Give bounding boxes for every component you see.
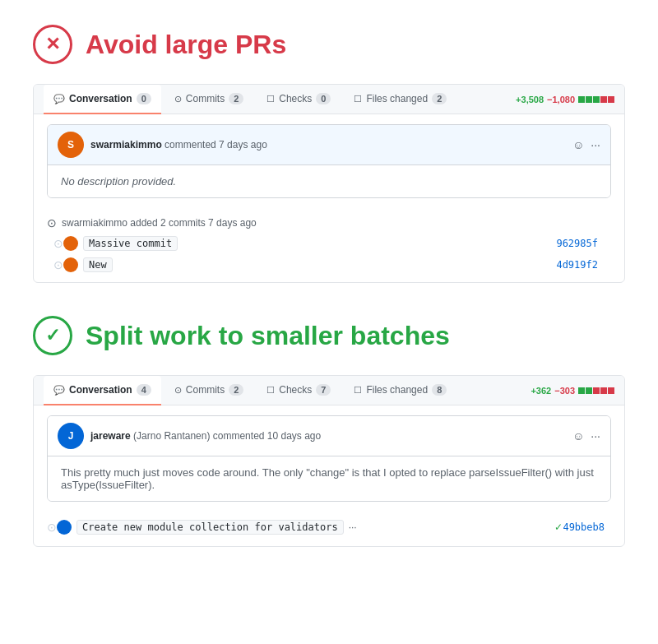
commit-avatar-3 [57, 520, 72, 535]
comment-author-1: swarmiakimmo [90, 139, 162, 151]
commit-info-1: Massive commit [63, 236, 556, 251]
more-icon[interactable]: ··· [591, 138, 600, 151]
comment-time-1: commented 7 days ago [164, 139, 267, 151]
tab-conv-badge-2: 4 [137, 384, 151, 396]
timeline-1: ⊙ swarmiakimmo added 2 commits 7 days ag… [34, 208, 624, 282]
commits-icon-2: ⊙ [174, 385, 182, 396]
comment-author-2: jareware [90, 430, 131, 442]
comment-body-2: This pretty much just moves code around.… [48, 456, 610, 501]
tab-commits-label: Commits [186, 93, 225, 104]
commit-message-1: Massive commit [83, 236, 178, 251]
commit-message-2: New [83, 257, 113, 272]
connector-icon-2: ⊙ [53, 258, 63, 271]
comment-header-1: S swarmiakimmo commented 7 days ago ☺ ··… [48, 125, 610, 165]
files-icon-2: ☐ [354, 385, 362, 396]
tab-files-1[interactable]: ☐ Files changed 2 [344, 85, 456, 114]
section1-header: ✕ Avoid large PRs [33, 25, 625, 64]
connector-icon-1: ⊙ [53, 237, 63, 250]
tab-conversation-label: Conversation [69, 93, 132, 104]
tab-conversation-1[interactable]: 💬 Conversation 0 [44, 85, 161, 114]
commit-avatar-2 [63, 257, 78, 272]
tab-checks-2[interactable]: ☐ Checks 7 [257, 376, 341, 405]
smiley-icon-2[interactable]: ☺ [572, 429, 584, 442]
bad-icon: ✕ [33, 25, 72, 64]
tab-commits-2[interactable]: ⊙ Commits 2 [164, 376, 253, 405]
section1-title: Avoid large PRs [86, 30, 286, 60]
comment-header-2: J jareware (Jarno Rantanen) commented 10… [48, 416, 610, 456]
bar2-2 [586, 387, 592, 394]
diff-bar-2 [578, 387, 614, 394]
tab-files-label: Files changed [366, 93, 428, 104]
diff-bar-1 [578, 96, 614, 103]
tab-commits-badge-2: 2 [229, 384, 243, 396]
commit-hash-2: 4d919f2 [556, 259, 605, 271]
tab-files-badge-2: 8 [432, 384, 447, 396]
timeline-added-text-1: swarmiakimmo added 2 commits 7 days ago [62, 217, 257, 229]
diff-stats-2: +362 −303 [531, 386, 614, 396]
avatar-1: S [58, 132, 84, 158]
tab-files-2[interactable]: ☐ Files changed 8 [344, 376, 456, 405]
tab-conv-label-2: Conversation [69, 384, 132, 396]
commit-check: ✓ [554, 521, 563, 533]
good-icon: ✓ [33, 316, 72, 355]
tab-files-label-2: Files changed [366, 384, 428, 396]
timeline-2: ⊙ Create new module collection for valid… [34, 512, 624, 546]
pr-card-2: 💬 Conversation 4 ⊙ Commits 2 ☐ Checks 7 … [33, 375, 625, 547]
bar2-3 [593, 387, 600, 394]
additions-2: +362 [531, 386, 551, 396]
bar2-5 [608, 387, 614, 394]
tab-checks-label: Checks [279, 93, 312, 104]
comment-author-row-2: J jareware (Jarno Rantanen) commented 10… [58, 423, 321, 449]
commits-icon-1: ⊙ [174, 94, 182, 104]
tab-checks-1[interactable]: ☐ Checks 0 [257, 85, 341, 114]
more-icon-2[interactable]: ··· [591, 429, 600, 442]
comment-text-1: No description provided. [61, 175, 176, 188]
tab-conversation-2[interactable]: 💬 Conversation 4 [44, 376, 161, 405]
bar-3 [593, 96, 600, 103]
section2-header: ✓ Split work to smaller batches [33, 316, 625, 355]
additions-1: +3,508 [516, 95, 544, 104]
commit-connector-1: ⊙ [53, 237, 63, 250]
conversation-icon: 💬 [53, 94, 65, 104]
comment-meta-2: jareware (Jarno Rantanen) commented 10 d… [90, 430, 321, 442]
avatar-2: J [58, 423, 84, 449]
comment-2: J jareware (Jarno Rantanen) commented 10… [47, 415, 611, 502]
tab-commits-badge: 2 [229, 93, 243, 104]
bar-4 [600, 96, 607, 103]
commit-avatar-1 [63, 236, 78, 251]
diff-stats-1: +3,508 −1,080 [516, 95, 614, 104]
commit-dots: ··· [349, 521, 357, 533]
smiley-icon[interactable]: ☺ [572, 138, 584, 151]
comment-time-2: commented 10 days ago [213, 430, 321, 442]
comment-text-2: This pretty much just moves code around.… [61, 466, 594, 491]
tab-conversation-badge: 0 [137, 93, 151, 104]
commit-info-3: Create new module collection for validat… [57, 520, 554, 535]
timeline-label-1: ⊙ swarmiakimmo added 2 commits 7 days ag… [47, 211, 611, 233]
deletions-2: −303 [554, 386, 575, 396]
tab-commits-label-2: Commits [186, 384, 225, 396]
comment-fullname-2: (Jarno Rantanen) [133, 430, 210, 442]
pr-body-1: S swarmiakimmo commented 7 days ago ☺ ··… [34, 124, 624, 282]
bar2-1 [578, 387, 585, 394]
tab-checks-label-2: Checks [279, 384, 312, 396]
commit-info-2: New [63, 257, 556, 272]
comment-author-row-1: S swarmiakimmo commented 7 days ago [58, 132, 267, 158]
commit-hash-3: 49bbeb8 [563, 521, 611, 533]
tab-bar-1: 💬 Conversation 0 ⊙ Commits 2 ☐ Checks 0 … [34, 85, 624, 114]
section2-title: Split work to smaller batches [86, 321, 450, 351]
comment-meta-1: swarmiakimmo commented 7 days ago [90, 139, 267, 151]
tab-checks-badge-2: 7 [316, 384, 331, 396]
commit-hash-1: 962985f [556, 238, 605, 249]
connector-icon-3: ⊙ [47, 521, 57, 534]
bar-5 [608, 96, 614, 103]
commits-added-icon: ⊙ [47, 216, 57, 229]
checks-icon-1: ☐ [266, 94, 275, 104]
commit-row-2: ⊙ New 4d919f2 [47, 254, 611, 276]
tab-checks-badge: 0 [316, 93, 331, 104]
tab-bar-2: 💬 Conversation 4 ⊙ Commits 2 ☐ Checks 7 … [34, 376, 624, 405]
tab-commits-1[interactable]: ⊙ Commits 2 [164, 85, 253, 114]
conv-icon-2: 💬 [53, 385, 65, 396]
comment-body-1: No description provided. [48, 165, 610, 197]
bar-1 [578, 96, 585, 103]
pr-body-2: J jareware (Jarno Rantanen) commented 10… [34, 415, 624, 546]
